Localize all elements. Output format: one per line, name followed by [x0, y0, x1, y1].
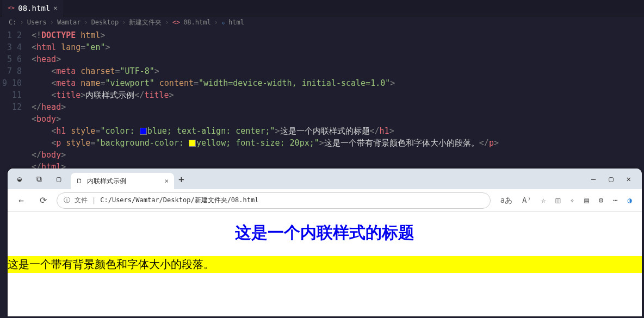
page-title: 这是一个内联样式的标题 [8, 222, 642, 244]
url-path: C:/Users/Wamtar/Desktop/新建文件夹/08.html [100, 196, 258, 205]
line-numbers: 1 2 3 4 5 6 7 8 9 10 11 12 [0, 29, 32, 173]
tab-actions-icon[interactable]: ▢ [51, 171, 66, 186]
breadcrumb-part[interactable]: Wamtar [57, 18, 81, 26]
address-bar[interactable]: ⓘ 文件 | C:/Users/Wamtar/Desktop/新建文件夹/08.… [57, 192, 491, 209]
browser-toolbar: ← ⟳ ⓘ 文件 | C:/Users/Wamtar/Desktop/新建文件夹… [8, 189, 642, 212]
browser-tab-strip: ◒ ⧉ ▢ 🗋 内联样式示例 × + — ▢ ✕ [8, 169, 642, 189]
more-icon[interactable]: ⋯ [613, 196, 617, 205]
split-screen-icon[interactable]: ◫ [555, 196, 560, 205]
html-file-icon: <> [8, 4, 15, 11]
vscode-editor-pane: <> 08.html × C:› Users› Wamtar› Desktop›… [0, 0, 644, 169]
close-icon[interactable]: ✕ [627, 174, 631, 183]
page-icon: 🗋 [76, 177, 83, 185]
breadcrumb-part[interactable]: 新建文件夹 [129, 18, 162, 27]
workspaces-icon[interactable]: ⧉ [32, 171, 47, 186]
code-editor[interactable]: 1 2 3 4 5 6 7 8 9 10 11 12 <!DOCTYPE htm… [0, 28, 644, 173]
browser-window: ◒ ⧉ ▢ 🗋 内联样式示例 × + — ▢ ✕ ← ⟳ ⓘ 文件 | C:/U… [8, 169, 642, 316]
rendered-page: 这是一个内联样式的标题 这是一个带有背景颜色和字体大小的段落。 [8, 212, 642, 273]
read-aloud-icon[interactable]: A⁾ [522, 196, 531, 205]
translate-icon[interactable]: aあ [500, 196, 512, 205]
element-icon: ⬦ [221, 18, 225, 26]
copilot-icon[interactable]: ◑ [628, 196, 632, 205]
extensions-icon[interactable]: ⚙ [599, 196, 603, 205]
new-tab-button[interactable]: + [178, 173, 184, 185]
code-content[interactable]: <!DOCTYPE html> <html lang="en"> <head> … [32, 29, 644, 173]
close-icon[interactable]: × [165, 177, 169, 185]
breadcrumb-part[interactable]: Desktop [91, 18, 119, 26]
favorite-icon[interactable]: ☆ [541, 196, 546, 205]
editor-tab[interactable]: <> 08.html × [2, 0, 63, 16]
browser-tab[interactable]: 🗋 内联样式示例 × [71, 173, 174, 189]
site-info-icon[interactable]: ⓘ [64, 196, 70, 205]
minimize-icon[interactable]: — [591, 174, 596, 183]
refresh-button[interactable]: ⟳ [35, 195, 51, 205]
browser-tab-title: 内联样式示例 [87, 177, 126, 186]
breadcrumb-part[interactable]: 08.html [183, 18, 211, 26]
url-scheme: 文件 [75, 196, 88, 205]
close-icon[interactable]: × [53, 4, 57, 12]
toolbar-actions: aあ A⁾ ☆ ◫ ✧ ▤ ⚙ ⋯ ◑ [496, 196, 636, 205]
page-paragraph: 这是一个带有背景颜色和字体大小的段落。 [8, 256, 642, 273]
html-file-icon: <> [172, 18, 180, 26]
maximize-icon[interactable]: ▢ [609, 174, 613, 183]
back-button[interactable]: ← [13, 195, 29, 205]
tab-filename: 08.html [18, 4, 50, 13]
breadcrumb-part[interactable]: html [228, 18, 244, 26]
window-controls: — ▢ ✕ [591, 174, 637, 183]
collections-icon[interactable]: ✧ [570, 196, 574, 205]
browser-essentials-icon[interactable]: ▤ [584, 196, 589, 205]
profile-icon[interactable]: ◒ [12, 171, 27, 186]
breadcrumb-part[interactable]: C: [9, 18, 16, 26]
breadcrumb-part[interactable]: Users [27, 18, 47, 26]
editor-tab-bar: <> 08.html × [0, 0, 644, 16]
breadcrumb[interactable]: C:› Users› Wamtar› Desktop› 新建文件夹› <> 08… [0, 16, 644, 28]
